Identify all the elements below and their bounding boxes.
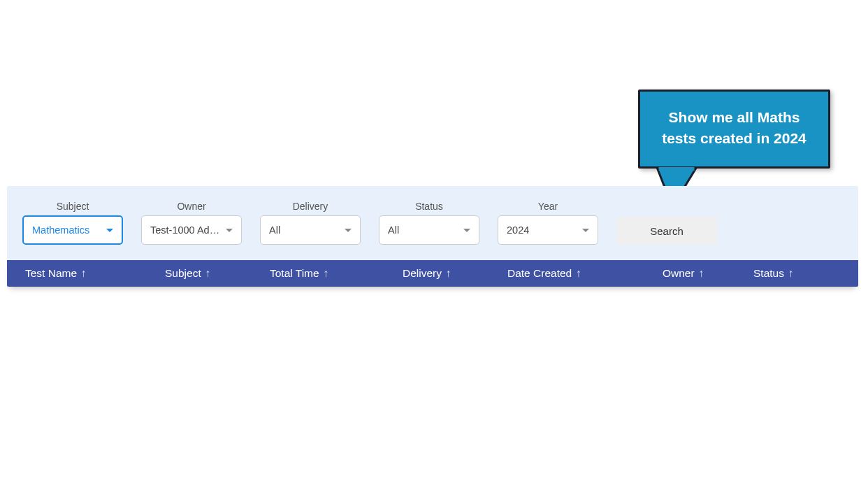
- filter-status: Status All: [379, 201, 479, 245]
- callout-bubble: Show me all Maths tests created in 2024: [638, 90, 830, 169]
- delivery-select-value: All: [269, 224, 280, 236]
- search-button-label: Search: [650, 225, 683, 237]
- sort-asc-icon: ↑: [788, 267, 794, 280]
- status-select-value: All: [388, 224, 399, 236]
- sort-asc-icon: ↑: [576, 267, 581, 280]
- column-label: Total Time: [270, 267, 319, 280]
- subject-select[interactable]: Mathematics: [22, 215, 123, 245]
- column-label: Status: [753, 267, 784, 280]
- column-delivery[interactable]: Delivery ↑: [403, 267, 507, 280]
- year-select[interactable]: 2024: [498, 215, 598, 245]
- column-label: Date Created: [507, 267, 572, 280]
- search-wrap: Search: [616, 217, 717, 245]
- filter-year-label: Year: [538, 201, 558, 211]
- column-label: Subject: [165, 267, 201, 280]
- filter-year: Year 2024: [498, 201, 598, 245]
- column-date-created[interactable]: Date Created ↑: [507, 267, 663, 280]
- column-status[interactable]: Status ↑: [753, 267, 858, 280]
- sort-asc-icon: ↑: [205, 267, 211, 280]
- filter-subject: Subject Mathematics: [22, 201, 123, 245]
- filter-delivery-label: Delivery: [293, 201, 328, 211]
- column-owner[interactable]: Owner ↑: [663, 267, 753, 280]
- column-test-name[interactable]: Test Name ↑: [25, 267, 165, 280]
- year-select-value: 2024: [507, 224, 529, 236]
- chevron-down-icon: [226, 229, 233, 232]
- column-label: Owner: [663, 267, 695, 280]
- filter-owner: Owner Test-1000 Admi…: [141, 201, 242, 245]
- filter-delivery: Delivery All: [260, 201, 361, 245]
- filter-panel: Subject Mathematics Owner Test-1000 Admi…: [7, 186, 858, 260]
- callout-text: Show me all Maths tests created in 2024: [662, 109, 806, 146]
- search-button[interactable]: Search: [616, 217, 717, 245]
- chevron-down-icon: [582, 229, 589, 232]
- column-label: Test Name: [25, 267, 77, 280]
- chevron-down-icon: [345, 229, 352, 232]
- sort-asc-icon: ↑: [81, 267, 87, 280]
- chevron-down-icon: [463, 229, 470, 232]
- sort-asc-icon: ↑: [446, 267, 451, 280]
- column-label: Delivery: [403, 267, 442, 280]
- filter-subject-label: Subject: [57, 201, 89, 211]
- sort-asc-icon: ↑: [699, 267, 704, 280]
- column-subject[interactable]: Subject ↑: [165, 267, 270, 280]
- filter-owner-label: Owner: [177, 201, 205, 211]
- column-total-time[interactable]: Total Time ↑: [270, 267, 403, 280]
- owner-select[interactable]: Test-1000 Admi…: [141, 215, 242, 245]
- filter-status-label: Status: [415, 201, 443, 211]
- chevron-down-icon: [106, 229, 113, 232]
- sort-asc-icon: ↑: [324, 267, 329, 280]
- status-select[interactable]: All: [379, 215, 479, 245]
- table-header: Test Name ↑ Subject ↑ Total Time ↑ Deliv…: [7, 260, 858, 287]
- subject-select-value: Mathematics: [32, 224, 89, 236]
- owner-select-value: Test-1000 Admi…: [150, 224, 220, 236]
- delivery-select[interactable]: All: [260, 215, 361, 245]
